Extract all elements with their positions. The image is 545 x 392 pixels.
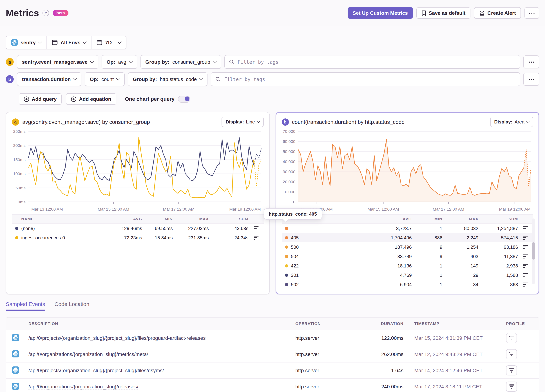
environment-selector[interactable]: All Envs (46, 36, 91, 49)
row-actions-icon[interactable] (523, 254, 533, 258)
series-value: 24.34s (209, 235, 248, 240)
series-row-(none)[interactable]: (none)129.46ms69.55ms227.03ms43.63s (12, 224, 264, 233)
row-actions-icon[interactable] (523, 282, 533, 286)
scrollbar-thumb[interactable] (532, 242, 535, 260)
header-more-button[interactable] (525, 7, 539, 19)
event-duration: 240.00ms (364, 384, 403, 390)
add-equation-button[interactable]: Add equation (66, 93, 116, 105)
profile-icon (509, 336, 514, 340)
series-value: 4.769 (361, 272, 412, 278)
series-row-405[interactable]: 4051,704.4968862,249574,415 (281, 233, 533, 242)
query-a-more-button[interactable] (523, 55, 539, 68)
series-value: 9 (412, 254, 442, 259)
one-chart-per-query-toggle[interactable] (178, 96, 190, 102)
ellipsis-icon (529, 61, 534, 62)
row-actions-icon[interactable] (254, 226, 264, 230)
bottom-tabs: Sampled Events Code Location (6, 301, 539, 311)
series-value: 1,254,887 (478, 226, 518, 231)
series-value: 1 (412, 282, 442, 287)
y-tick-label: 50ms (15, 186, 25, 190)
display-select-b[interactable]: Display: Area (490, 117, 533, 127)
metric-select-b[interactable]: transaction.duration (17, 72, 82, 86)
query-b-more-button[interactable] (523, 73, 539, 86)
series-value: 403 (442, 254, 478, 259)
plus-circle-icon (24, 96, 29, 102)
row-actions-icon[interactable] (523, 226, 533, 230)
groupby-select-a[interactable]: Group by: consumer_group (140, 55, 221, 69)
op-select-b[interactable]: Op: count (85, 72, 125, 86)
query-row-a: a sentry.event_manager.save Op: avg Grou… (6, 55, 539, 69)
project-selector[interactable]: sentry (6, 36, 46, 49)
create-alert-button[interactable]: Create Alert (474, 7, 521, 19)
chart-card-a[interactable]: a avg(sentry.event_manager.save) by cons… (6, 112, 270, 294)
y-tick-label: 50,000 (283, 149, 295, 154)
page-header: Metrics ? beta Set Up Custom Metrics Sav… (0, 0, 545, 26)
series-value: 1 (412, 226, 442, 231)
row-actions-icon[interactable] (523, 236, 533, 239)
chart-badge-b: b (281, 118, 289, 125)
tag-filter-b[interactable] (211, 72, 520, 86)
area-chart[interactable]: 010,00020,00030,00040,00050,00060,00070,… (281, 128, 533, 214)
chart-card-b[interactable]: b count(transaction.duration) by http.st… (275, 112, 539, 294)
event-description-link[interactable]: /api/0/projects/{organization_slug}/{pro… (28, 368, 295, 373)
tab-divider (6, 311, 539, 311)
y-tick-label: 0 (293, 200, 295, 204)
help-icon[interactable]: ? (43, 10, 49, 16)
series-row-ingest-occurrences-0[interactable]: ingest-occurrences-072.23ms15.84ms231.85… (12, 233, 264, 242)
tag-filter-input-a[interactable] (237, 59, 515, 65)
chevron-down-icon (256, 119, 260, 123)
chevron-down-icon (118, 40, 122, 44)
event-description-link[interactable]: /api/0/projects/{organization_slug}/{pro… (28, 335, 295, 341)
series-color-dot (285, 245, 288, 249)
tab-code-location[interactable]: Code Location (54, 301, 89, 311)
series-row-422[interactable]: 42218.13611492,938 (281, 261, 533, 270)
line-chart[interactable]: 0ms50ms100ms150ms200ms250msMar 13 12:00 … (12, 128, 264, 214)
series-row-500[interactable]: 500187.49691,25463,186 (281, 242, 533, 252)
series-value: 9 (412, 244, 442, 250)
series-value: 574,415 (478, 235, 518, 240)
ellipsis-icon (529, 79, 534, 80)
series-row-hidden[interactable]: 3,723.7180,0321,254,887 (281, 224, 533, 233)
display-select-a[interactable]: Display: Line (222, 117, 264, 127)
groupby-value-a: consumer_group (172, 59, 210, 65)
plus-circle-icon (71, 96, 76, 102)
date-range-selector[interactable]: 7D (91, 36, 126, 49)
setup-custom-metrics-button[interactable]: Set Up Custom Metrics (348, 7, 413, 19)
series-color-dot (285, 283, 288, 286)
display-label: Display: (226, 119, 244, 125)
series-value: 80,032 (442, 226, 478, 231)
x-tick-label: Mar 19 12:00 AM (229, 207, 261, 211)
chevron-down-icon (83, 40, 87, 44)
op-select-a[interactable]: Op: avg (102, 55, 137, 69)
event-description-link[interactable]: /api/0/organizations/{organization_slug}… (28, 384, 295, 390)
row-actions-icon[interactable] (523, 245, 533, 249)
series-value: 227.03ms (173, 226, 209, 231)
series-value: 1,254 (442, 244, 478, 250)
profile-button[interactable] (506, 382, 517, 392)
x-tick-label: Mar 19 12:00 AM (499, 207, 530, 211)
save-as-default-button[interactable]: Save as default (416, 7, 471, 19)
profile-button[interactable] (506, 365, 517, 375)
series-value: 1 (412, 263, 442, 268)
series-row-301[interactable]: 3014.7691291,588 (281, 270, 533, 280)
groupby-select-b[interactable]: Group by: http.status_code (128, 72, 207, 86)
tab-sampled-events[interactable]: Sampled Events (6, 301, 45, 311)
row-actions-icon[interactable] (254, 236, 264, 239)
summary-col-min: MIN (412, 217, 442, 221)
series-value: 34 (442, 282, 478, 287)
chevron-down-icon (129, 59, 133, 63)
metric-select-a[interactable]: sentry.event_manager.save (17, 55, 98, 69)
tag-filter-input-b[interactable] (223, 76, 515, 82)
metric-name-a: sentry.event_manager.save (22, 59, 87, 65)
series-row-504[interactable]: 50433.789940311,387 (281, 252, 533, 261)
event-description-link[interactable]: /api/0/organizations/{organization_slug}… (28, 351, 295, 357)
y-tick-label: 0ms (18, 200, 25, 204)
profile-button[interactable] (506, 333, 517, 343)
add-query-button[interactable]: Add query (19, 93, 62, 105)
profile-button[interactable] (506, 349, 517, 359)
series-row-502[interactable]: 5026.904134863 (281, 280, 533, 289)
row-actions-icon[interactable] (523, 273, 533, 277)
row-actions-icon[interactable] (523, 264, 533, 268)
y-tick-label: 100ms (13, 171, 25, 176)
tag-filter-a[interactable] (224, 55, 520, 69)
